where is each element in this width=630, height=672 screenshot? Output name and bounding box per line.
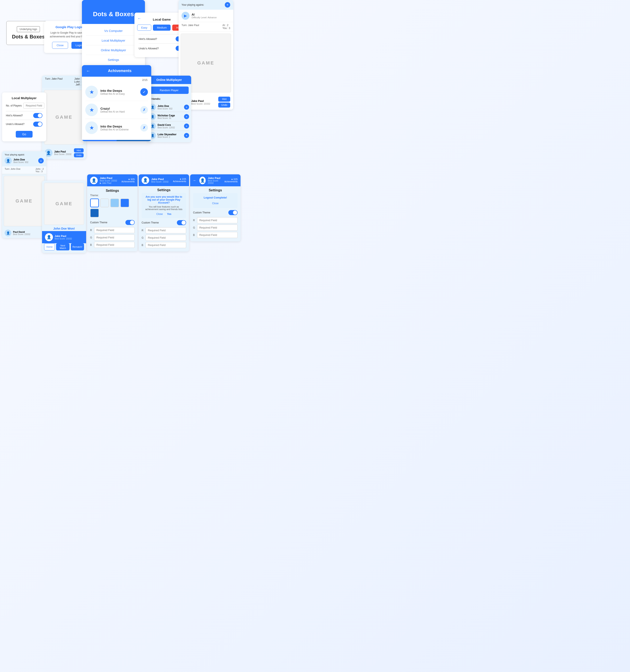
lm-setup-title: Local Multplayer [6,96,43,100]
home-btn[interactable]: Home [44,243,55,250]
vs-computer-item[interactable]: Vs Computer [86,26,141,36]
game-screen-john-panel: Your playing agaist: 👤 John Doe Best Sco… [2,151,46,238]
settings-item[interactable]: Settings [86,55,141,65]
lm-setup-panel: Local Multplayer No. of Players Hint's A… [2,92,46,141]
s2-b-input[interactable] [146,242,186,248]
s1-player-name: Jake Paul [100,176,117,179]
s2-close-btn[interactable]: Close [156,213,163,216]
ai-name: AI [192,13,217,16]
settings-3-panel: ← 👤 Jake Paul Best Score: 23332 ★ 2/25 A… [190,174,241,241]
s1-custom-toggle[interactable] [125,220,135,225]
s2-g-input[interactable] [146,235,186,241]
s3-custom-toggle[interactable] [228,210,238,215]
s2-avatar: 👤 [142,176,149,184]
s1-custom-theme-label: Custom Theme [90,221,107,224]
add-friend-1[interactable]: + [184,104,189,110]
s2-g-label: G [142,236,144,239]
lm-hints-toggle[interactable] [33,113,43,118]
medium-btn[interactable]: Medium [153,25,171,31]
s3-close-btn[interactable]: Close [212,202,219,205]
swatch-blue[interactable] [120,198,129,207]
s2-custom-toggle[interactable] [177,220,186,225]
win-game-board: GAME [44,183,84,225]
friend-best-4: Best Score: 2 [158,136,182,138]
gs-turn: Turn: John Doe [5,168,20,173]
s1-g-input[interactable] [94,235,135,241]
ach-name-1: Into the Deeps [100,89,138,92]
swatch-midblue[interactable] [110,198,119,207]
s1-title: Settings [87,186,138,194]
gs-opp-avatar: 👤 [5,157,12,164]
add-friend-4[interactable]: + [184,133,189,138]
s3-back-icon[interactable]: ← [193,178,196,182]
lm-undos-toggle[interactable] [33,122,43,127]
swatch-lightblue[interactable] [100,198,109,207]
s3-r-label: R [193,219,196,222]
swatch-white[interactable] [90,198,99,207]
local-multiplayer-game-panel: Turn: Jake Paul Jake : 2 Luke : 3 Jeff :… [42,76,86,159]
s2-r-input[interactable] [146,227,186,233]
add-ai-btn[interactable]: + [225,2,230,7]
local-multiplayer-item[interactable]: Local Multiplayer [86,36,141,45]
lm-game-board: GAME [44,90,84,145]
lm-undos-label: Undo's Allowed? [6,123,24,126]
online-multiplayer-panel: Online Multiplayer Random Player Friends… [147,76,191,142]
back-arrow-icon[interactable]: ← [137,16,141,21]
achievement-item-1: ★ Into the Deeps Defeat the AI on Easy ✓ [85,83,148,101]
easy-btn[interactable]: Easy [137,25,151,31]
logo-panel: Underlying logo Dots & Boxes [6,21,50,45]
s1-r-input[interactable] [94,227,135,233]
gs-bottom-avatar: 👤 [5,230,11,236]
s2-r-label: R [142,229,144,232]
lm-undo-btn[interactable]: Undo [74,153,83,157]
rematch-btn[interactable]: Rematch! [71,243,84,250]
settings-1-panel: 👤 Jake Paul Best Score: 23332 ▶ Jake Pau… [87,174,138,251]
s2-yes-btn[interactable]: Yes [167,213,171,216]
lm-score-header: Turn: Jake Paul Jake : 2 Luke : 3 Jeff :… [42,76,86,88]
s1-achievements: ★ 3/25 Achievements [119,178,135,183]
gs-add-opp-btn[interactable]: + [38,158,44,163]
ach-check-1: ✓ [140,88,148,96]
s3-g-input[interactable] [197,224,238,231]
undos-label: Undo's Allowed? [139,47,159,50]
s3-b-input[interactable] [197,232,238,238]
lm-players-input[interactable] [23,103,44,109]
friends-label: Friends: [147,96,191,101]
gs-playing-against-label: Your playing agaist: [5,153,44,156]
add-friend-2[interactable]: + [184,114,189,119]
s3-player-name: Jake Paul [208,176,222,179]
online-multiplayer-item[interactable]: Online Multiplayer [86,45,141,55]
close-button[interactable]: Close [52,42,68,49]
ach-icon-1: ★ [85,86,98,98]
random-player-btn[interactable]: Random Player [150,87,189,94]
s1-b-input[interactable] [94,242,135,248]
friend-best-3: Best Score: 12932 [158,126,182,129]
undo-btn-ai[interactable]: Undo [218,102,230,107]
ach-desc-2: Defeat the AI on Hard [100,110,138,113]
next-match-btn[interactable]: Next Match [56,243,70,250]
turn-label: Turn: Jake Paul [181,24,199,30]
s1-g-label: G [90,236,93,239]
add-friend-3[interactable]: + [184,123,189,128]
main-menu-title: Dots & Boxes [86,10,141,18]
s3-player-best: Best Score: 23332 [208,179,222,184]
achievements-back-icon[interactable]: ← [86,69,90,73]
s2-b-label: B [142,244,144,247]
ach-icon-3: ★ [85,121,98,134]
lm-hint-btn[interactable]: Hint [74,148,83,152]
s2-logout-desc: You will lose features such as achieveme… [144,206,184,211]
s3-achievements: ★ 2/25 Achievements [224,178,238,183]
gs-score-john: John : 2 [35,168,44,170]
ach-icon-2: ★ [85,103,98,116]
ach-desc-3: Defeat the AI on Extreme [100,128,138,131]
ach-name-3: Into the Deeps [100,125,138,128]
ach-name-2: Crazy! [100,107,138,110]
lm-player-best: Best Score: 23332 [54,153,71,155]
hint-btn-ai[interactable]: Hint [218,97,230,102]
lm-go-btn[interactable]: Go [16,131,32,138]
s3-r-input[interactable] [197,217,238,223]
friend-item-4: 👤 Luke Skywalker Best Score: 2 + [149,131,189,140]
friend-name-2: Nicholas Cage [158,114,182,117]
swatch-darkblue[interactable] [90,209,99,217]
local-game-title: Local Game [139,18,185,21]
